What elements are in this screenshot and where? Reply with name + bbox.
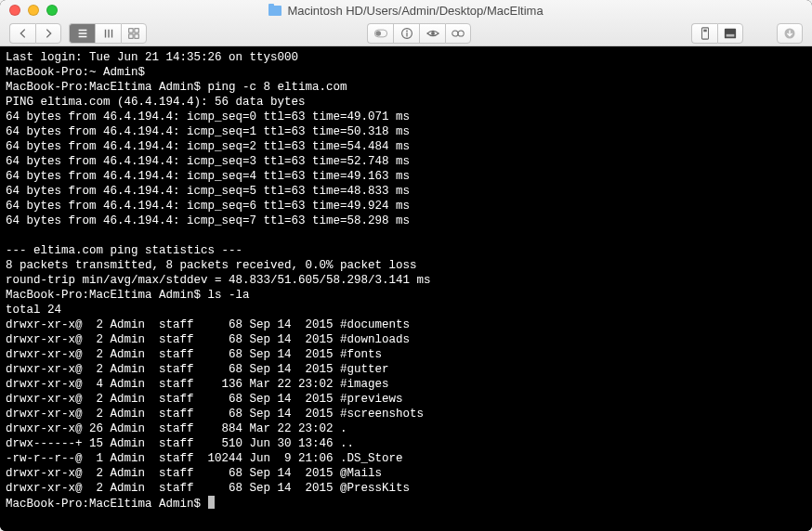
close-button[interactable] — [9, 5, 20, 16]
view-column-button[interactable] — [95, 23, 121, 44]
dual-panel-button[interactable] — [445, 23, 471, 44]
traffic-lights — [0, 5, 58, 16]
svg-rect-3 — [135, 33, 138, 37]
svg-rect-8 — [406, 32, 407, 36]
usb-icon — [699, 27, 712, 40]
ping-line: 64 bytes from 46.4.194.4: icmp_seq=4 ttl… — [6, 170, 410, 183]
last-login-line: Last login: Tue Jun 21 14:35:26 on ttys0… — [6, 51, 298, 64]
chevron-left-icon — [17, 27, 30, 40]
titlebar: Macintosh HD/Users/Admin/Desktop/MacElti… — [0, 0, 812, 46]
ls-row: drwxr-xr-x@ 2 Admin staff 68 Sep 14 2015… — [6, 393, 403, 406]
svg-rect-14 — [725, 28, 736, 38]
disk-group — [691, 23, 743, 44]
prompt-dir: MacBook-Pro:MacEltima Admin$ — [6, 498, 201, 511]
terminal-output[interactable]: Last login: Tue Jun 21 14:35:26 on ttys0… — [0, 46, 812, 531]
ping-line: 64 bytes from 46.4.194.4: icmp_seq=6 ttl… — [6, 200, 410, 213]
toggle-icon — [374, 27, 387, 40]
download-button[interactable] — [777, 23, 803, 44]
ping-stats-header: --- eltima.com ping statistics --- — [6, 244, 242, 257]
list-icon — [76, 27, 89, 40]
usb-button[interactable] — [691, 23, 717, 44]
toggle-hidden-button[interactable] — [367, 23, 393, 44]
toolbar — [0, 20, 812, 45]
ls-row: drwxr-xr-x@ 26 Admin staff 884 Mar 22 23… — [6, 422, 347, 435]
ping-header: PING eltima.com (46.4.194.4): 56 data by… — [6, 96, 306, 109]
prompt-dir: MacBook-Pro:MacEltima Admin$ — [6, 289, 201, 302]
svg-point-10 — [452, 30, 458, 35]
info-button[interactable] — [393, 23, 419, 44]
svg-rect-13 — [703, 29, 707, 32]
info-icon — [400, 27, 413, 40]
svg-point-11 — [458, 30, 464, 35]
ping-line: 64 bytes from 46.4.194.4: icmp_seq=1 ttl… — [6, 125, 410, 138]
cmd-ping: ping -c 8 eltima.com — [208, 81, 347, 94]
ls-row: drwxr-xr-x@ 2 Admin staff 68 Sep 14 2015… — [6, 348, 382, 361]
ping-line: 64 bytes from 46.4.194.4: icmp_seq=2 ttl… — [6, 140, 410, 153]
chevron-right-icon — [42, 27, 55, 40]
ls-row: drwxr-xr-x@ 4 Admin staff 136 Mar 22 23:… — [6, 378, 389, 391]
ls-row: drwxr-xr-x@ 2 Admin staff 68 Sep 14 2015… — [6, 408, 424, 421]
back-button[interactable] — [9, 23, 35, 44]
ls-row: drwxr-xr-x@ 2 Admin staff 68 Sep 14 2015… — [6, 363, 389, 376]
ping-stats-line: round-trip min/avg/max/stddev = 48.833/5… — [6, 274, 431, 287]
minimize-button[interactable] — [28, 5, 39, 16]
window-title-text: Macintosh HD/Users/Admin/Desktop/MacElti… — [287, 4, 543, 18]
ping-line: 64 bytes from 46.4.194.4: icmp_seq=0 ttl… — [6, 110, 410, 123]
ls-row: drwxr-xr-x@ 2 Admin staff 68 Sep 14 2015… — [6, 318, 410, 331]
zoom-button[interactable] — [46, 5, 58, 16]
column-icon — [102, 27, 115, 40]
mode-group — [367, 23, 471, 44]
folder-icon — [268, 6, 282, 16]
ping-stats-line: 8 packets transmitted, 8 packets receive… — [6, 259, 417, 272]
view-list-button[interactable] — [69, 23, 95, 44]
ping-line: 64 bytes from 46.4.194.4: icmp_seq=3 ttl… — [6, 155, 410, 168]
ls-total: total 24 — [6, 304, 61, 317]
disk-button[interactable] — [717, 23, 743, 44]
nav-group — [9, 23, 61, 44]
cmd-ls: ls -la — [208, 289, 250, 302]
view-icon-button[interactable] — [121, 23, 147, 44]
ls-row: drwxr-xr-x@ 2 Admin staff 68 Sep 14 2015… — [6, 482, 410, 495]
ping-line: 64 bytes from 46.4.194.4: icmp_seq=5 ttl… — [6, 185, 410, 198]
preview-button[interactable] — [419, 23, 445, 44]
forward-button[interactable] — [35, 23, 61, 44]
svg-point-9 — [431, 32, 435, 35]
svg-rect-2 — [129, 33, 133, 37]
svg-rect-15 — [727, 33, 735, 36]
ls-row: drwx------+ 15 Admin staff 510 Jun 30 13… — [6, 437, 354, 450]
prompt-dir: MacBook-Pro:MacEltima Admin$ — [6, 81, 201, 94]
svg-point-7 — [406, 30, 408, 32]
ls-row: -rw-r--r--@ 1 Admin staff 10244 Jun 9 21… — [6, 452, 403, 465]
binoculars-icon — [452, 27, 465, 40]
svg-rect-1 — [135, 28, 138, 32]
prompt-line: MacBook-Pro:~ Admin$ — [6, 66, 145, 79]
view-mode-group — [69, 23, 147, 44]
cursor — [208, 496, 215, 509]
disk-icon — [724, 27, 737, 40]
commander-window: Macintosh HD/Users/Admin/Desktop/MacElti… — [0, 0, 812, 531]
svg-point-5 — [375, 31, 381, 36]
svg-rect-0 — [129, 28, 133, 32]
ls-row: drwxr-xr-x@ 2 Admin staff 68 Sep 14 2015… — [6, 467, 382, 480]
download-icon — [783, 27, 796, 40]
ping-line: 64 bytes from 46.4.194.4: icmp_seq=7 ttl… — [6, 214, 410, 227]
ls-row: drwxr-xr-x@ 2 Admin staff 68 Sep 14 2015… — [6, 333, 410, 346]
grid-icon — [127, 27, 140, 40]
window-title: Macintosh HD/Users/Admin/Desktop/MacElti… — [0, 4, 812, 18]
eye-icon — [426, 27, 439, 40]
